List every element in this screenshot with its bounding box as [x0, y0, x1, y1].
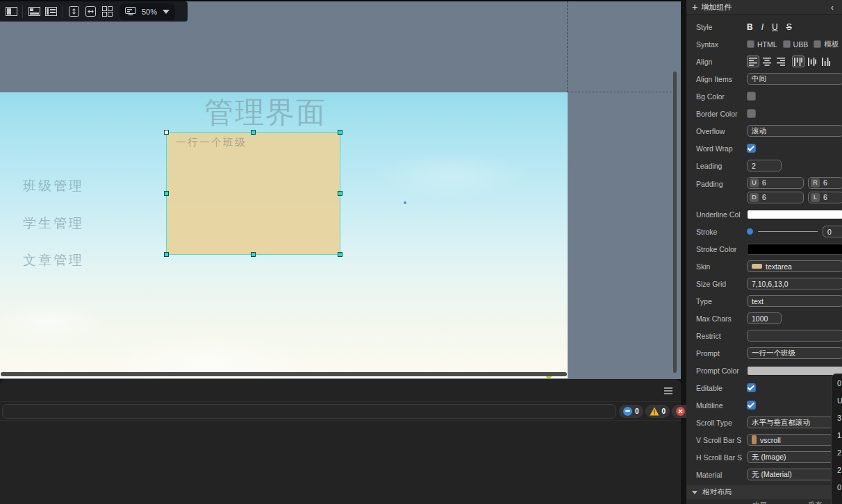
max-chars-input[interactable]: 1000 — [747, 312, 782, 324]
zoom-control[interactable]: 50% — [119, 3, 175, 20]
editable-checkbox[interactable] — [747, 383, 756, 392]
restrict-input[interactable] — [747, 330, 842, 342]
relative-layout-section-header[interactable]: 相对布局 — [686, 485, 842, 499]
resize-handle-middle-left[interactable] — [164, 191, 169, 196]
resize-handle-top-left[interactable] — [164, 130, 169, 135]
canvas-vertical-scrollbar[interactable] — [673, 72, 677, 373]
ubb-checkbox[interactable] — [783, 40, 791, 48]
resize-handle-top-middle[interactable] — [251, 130, 256, 135]
padding-left-input[interactable]: L 6 — [808, 192, 842, 203]
columns-layout-button[interactable] — [3, 4, 19, 19]
resize-handle-bottom-right[interactable] — [338, 252, 342, 257]
plus-icon[interactable]: + — [692, 2, 697, 12]
html-checkbox[interactable] — [747, 40, 754, 48]
align-center-button[interactable] — [761, 56, 773, 67]
italic-button[interactable]: I — [761, 22, 763, 32]
padding-down-input[interactable]: D 6 — [747, 192, 804, 203]
design-canvas[interactable]: 管理界面 班级管理 学生管理 文章管理 一行一个班级 — [0, 92, 568, 378]
padding-right-chip: R — [811, 178, 820, 187]
row-stroke: Stroke 0 — [686, 223, 842, 240]
prompt-color-swatch[interactable] — [747, 366, 842, 376]
canvas-horizontal-scrollbar[interactable] — [1, 372, 567, 376]
fit-height-button[interactable] — [65, 4, 82, 19]
word-wrap-checkbox[interactable] — [747, 144, 756, 153]
resize-handle-top-right[interactable] — [338, 130, 342, 135]
syntax-label: Syntax — [696, 40, 747, 49]
prompt-input[interactable]: 一行一个班级 — [747, 347, 842, 359]
app-window: 管理界面 班级管理 学生管理 文章管理 一行一个班级 — [0, 0, 842, 504]
row-h-scroll-bar: H Scroll Bar S 无 (Image) — [686, 448, 842, 466]
dock-left-icon — [45, 7, 57, 16]
console-menu-icon[interactable] — [664, 387, 672, 396]
align-items-label: Align Items — [696, 75, 747, 83]
padding-up-input[interactable]: U 6 — [747, 177, 804, 189]
grid-tiles-button[interactable] — [99, 4, 115, 19]
stroke-color-swatch[interactable] — [747, 244, 842, 255]
dock-bottom-button[interactable] — [26, 4, 42, 19]
resize-handle-bottom-left[interactable] — [164, 252, 169, 257]
selected-textarea-component[interactable]: 一行一个班级 — [166, 132, 340, 255]
template-checkbox[interactable] — [814, 40, 821, 48]
canvas-toolbar: 50% — [0, 1, 188, 22]
columns-layout-icon — [6, 7, 17, 16]
canvas-menu-classes: 班级管理 — [23, 177, 84, 195]
row-multiline: Multiline — [686, 396, 842, 414]
skin-input[interactable]: textarea — [747, 260, 842, 272]
chevron-down-icon[interactable] — [163, 10, 170, 14]
add-component-button[interactable]: 增加组件 — [701, 2, 830, 12]
max-chars-label: Max Chars — [696, 314, 747, 323]
console-filter-input[interactable] — [2, 404, 616, 419]
bold-button[interactable]: B — [747, 22, 753, 32]
border-color-checkbox[interactable] — [747, 109, 756, 118]
padding-left-chip: L — [811, 193, 820, 202]
align-right-button[interactable] — [775, 56, 787, 67]
border-color-label: Border Color — [696, 110, 747, 118]
collapse-panel-icon[interactable]: ‹ — [831, 2, 834, 12]
bg-color-checkbox[interactable] — [747, 92, 756, 101]
h-scroll-bar-input[interactable]: 无 (Image) — [747, 451, 842, 463]
padding-left-value: 6 — [823, 193, 827, 201]
row-leading: Leading 2 — [686, 157, 842, 174]
valign-bottom-button[interactable] — [820, 56, 832, 67]
padding-right-input[interactable]: R 6 — [808, 177, 842, 189]
valign-top-button[interactable] — [792, 56, 804, 67]
overlay-line: 1 — [832, 426, 842, 444]
align-left-button[interactable] — [747, 56, 759, 67]
vertical-column-label: 垂直 — [808, 501, 823, 504]
stroke-slider-track[interactable] — [758, 231, 818, 232]
strikethrough-button[interactable]: S — [786, 22, 792, 32]
multiline-checkbox[interactable] — [747, 401, 756, 410]
material-input[interactable]: 无 (Material) — [747, 469, 842, 480]
leading-input[interactable]: 2 — [747, 160, 782, 171]
row-prompt-color: Prompt Color — [686, 362, 842, 379]
overflow-label: Overflow — [696, 127, 747, 135]
row-underline-color: Underline Col — [686, 205, 842, 223]
zoom-level-value[interactable]: 50% — [142, 8, 157, 16]
scroll-type-input[interactable]: 水平与垂直都滚动 — [747, 417, 842, 428]
inspector-panel: + 增加组件 ‹ Style B I U S Syntax HTML — [686, 0, 842, 504]
fit-width-button[interactable] — [82, 4, 99, 19]
fit-height-icon — [69, 6, 79, 17]
underline-color-swatch[interactable] — [747, 210, 842, 219]
overflow-input[interactable]: 滚动 — [747, 125, 842, 137]
info-count-badge[interactable]: 0 — [619, 405, 643, 418]
toolbar-separator — [62, 6, 63, 18]
dock-left-button[interactable] — [42, 4, 59, 19]
underline-button[interactable]: U — [772, 22, 778, 32]
valign-middle-button[interactable] — [806, 56, 818, 67]
screen-zoom-icon — [125, 7, 136, 16]
row-v-scroll-bar: V Scroll Bar S vscroll — [686, 431, 842, 448]
stroke-value-input[interactable]: 0 — [823, 226, 842, 237]
word-wrap-label: Word Wrap — [696, 144, 747, 153]
padding-up-chip: U — [750, 178, 759, 187]
editable-label: Editable — [696, 384, 747, 392]
resize-handle-bottom-middle[interactable] — [251, 252, 256, 257]
size-grid-input[interactable]: 7,10,6,13,0 — [747, 278, 842, 289]
align-items-input[interactable]: 中间 — [747, 73, 842, 85]
v-scroll-bar-input[interactable]: vscroll — [747, 434, 842, 446]
type-input[interactable]: text — [747, 295, 842, 307]
resize-handle-middle-right[interactable] — [338, 191, 342, 196]
stroke-slider-knob[interactable] — [747, 228, 753, 235]
grid-tiles-icon — [102, 6, 113, 17]
warning-count-badge[interactable]: 0 — [645, 405, 670, 418]
